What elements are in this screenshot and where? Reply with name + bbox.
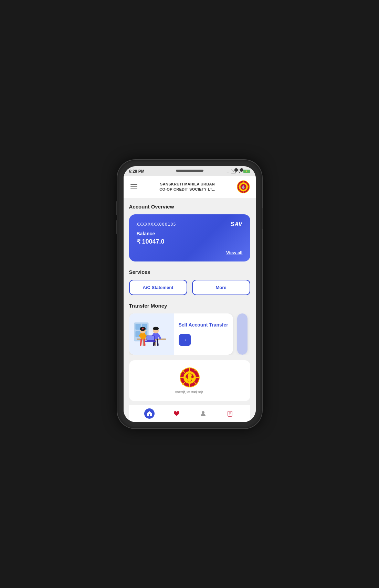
svg-point-0 xyxy=(239,172,240,173)
people-at-desk-illustration xyxy=(133,317,170,351)
svg-line-28 xyxy=(144,339,145,345)
services-title: Services xyxy=(129,269,250,275)
account-overview-title: Account Overview xyxy=(129,204,250,210)
signal-dots-icon: ... xyxy=(225,169,229,173)
bottom-nav-row xyxy=(129,405,250,422)
services-section: Services A/C Statement More xyxy=(129,269,250,295)
svg-point-51 xyxy=(188,373,192,377)
svg-text:🪬: 🪬 xyxy=(241,185,245,189)
svg-point-54 xyxy=(202,411,204,414)
account-card: XXXXXXXX000105 SAV Balance ₹ 10047.0 Vie… xyxy=(129,214,250,261)
hamburger-line-1 xyxy=(130,184,137,185)
ac-statement-button[interactable]: A/C Statement xyxy=(129,280,187,295)
header-title: SANSKRUTI MAHILA URBAN CO-OP CREDIT SOCI… xyxy=(143,182,232,192)
app-content: SANSKRUTI MAHILA URBAN CO-OP CREDIT SOCI… xyxy=(124,176,256,422)
phone-screen: 6:28 PM ... ✕ ⚡ xyxy=(124,166,256,422)
hamburger-menu-icon[interactable] xyxy=(129,183,139,191)
transfer-card-illustration xyxy=(129,313,174,355)
battery-icon: ⚡ xyxy=(243,170,250,173)
svg-point-24 xyxy=(142,328,144,329)
next-transfer-card-partial xyxy=(237,313,248,355)
status-icons: ... ✕ ⚡ xyxy=(225,169,250,173)
account-type: SAV xyxy=(231,221,243,227)
self-transfer-card: Self Account Transfer → xyxy=(129,313,233,355)
svg-rect-37 xyxy=(147,336,154,340)
document-nav-icon[interactable] xyxy=(225,408,235,419)
transfer-section: Transfer Money xyxy=(129,303,250,355)
status-bar: 6:28 PM ... ✕ ⚡ xyxy=(124,166,256,176)
services-buttons: A/C Statement More xyxy=(129,280,250,295)
svg-point-31 xyxy=(153,327,159,330)
header-title-line1: SANSKRUTI MAHILA URBAN xyxy=(143,182,232,186)
balance-amount: ₹ 10047.0 xyxy=(137,238,243,245)
more-button[interactable]: More xyxy=(192,280,250,295)
phone-device: 6:28 PM ... ✕ ⚡ xyxy=(117,160,262,428)
volume-up-button[interactable] xyxy=(116,201,117,215)
transfer-arrow-button[interactable]: → xyxy=(179,334,191,346)
transfer-card-title: Self Account Transfer xyxy=(179,322,228,328)
hamburger-line-3 xyxy=(130,189,137,189)
svg-line-35 xyxy=(157,339,158,345)
app-header: SANSKRUTI MAHILA URBAN CO-OP CREDIT SOCI… xyxy=(124,176,256,198)
hamburger-line-2 xyxy=(130,186,137,187)
header-title-line2: CO-OP CREDIT SOCIETY LT... xyxy=(143,187,232,192)
bottom-logo-emblem xyxy=(179,367,200,388)
bottom-tagline: ज्ञान नाही, धन वाचाई आहो. xyxy=(175,391,204,394)
view-all-link[interactable]: View all xyxy=(137,250,243,255)
wifi-icon xyxy=(237,169,242,173)
power-button[interactable] xyxy=(262,208,263,229)
society-logo: 🪬 xyxy=(236,180,250,194)
logo-svg: 🪬 xyxy=(237,180,250,193)
transfer-card-body: Self Account Transfer → xyxy=(174,313,233,355)
svg-line-33 xyxy=(159,335,160,338)
bottom-emblem-svg xyxy=(179,367,200,388)
arrow-right-icon: → xyxy=(182,337,188,343)
main-content: Account Overview XXXXXXXX000105 SAV Bala… xyxy=(124,198,256,422)
profile-nav-icon[interactable] xyxy=(198,408,208,419)
transfer-money-title: Transfer Money xyxy=(129,303,250,309)
account-number: XXXXXXXX000105 xyxy=(137,222,176,227)
svg-rect-38 xyxy=(145,341,156,342)
home-nav-icon[interactable] xyxy=(144,408,155,419)
heart-nav-icon[interactable] xyxy=(171,408,181,419)
balance-label: Balance xyxy=(137,231,243,236)
account-card-top: XXXXXXXX000105 SAV xyxy=(137,221,243,227)
bottom-logo-area: ज्ञान नाही, धन वाचाई आहो. xyxy=(129,360,250,401)
volume-down-button[interactable] xyxy=(116,220,117,234)
close-icon: ✕ xyxy=(231,169,236,173)
svg-line-27 xyxy=(140,339,141,345)
status-time: 6:28 PM xyxy=(129,169,145,174)
transfer-cards-container: Self Account Transfer → xyxy=(129,313,250,355)
